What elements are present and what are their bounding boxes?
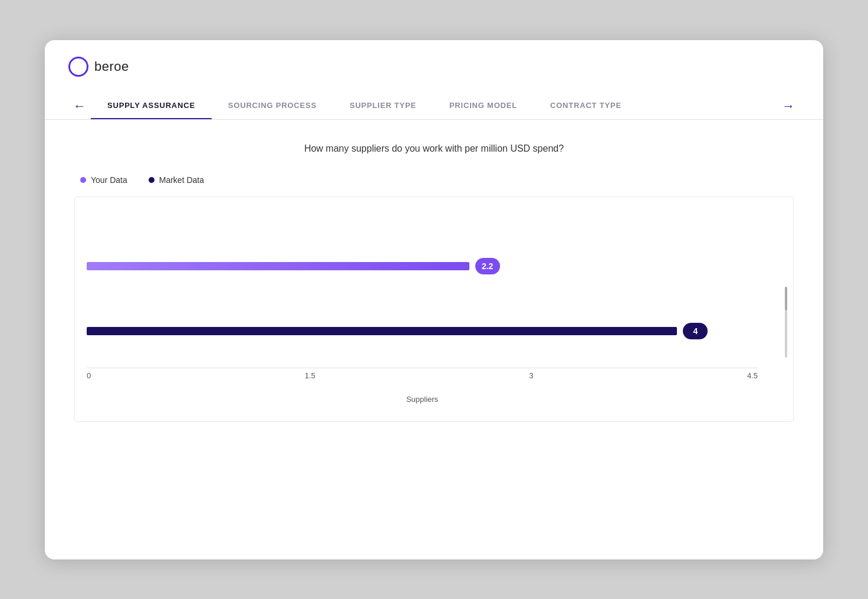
nav-tabs: SUPPLY ASSURANCE SOURCING PROCESS SUPPLI… [91, 93, 777, 119]
legend-market-data: Market Data [149, 175, 204, 185]
market-data-bar [87, 327, 677, 335]
your-data-bar [87, 262, 469, 270]
logo-text: beroe [94, 59, 129, 74]
bar-track-your-data: 2.2 [87, 262, 758, 270]
x-axis-label: Suppliers [406, 395, 438, 404]
chart-legend: Your Data Market Data [68, 175, 800, 185]
x-tick-3: 4.5 [747, 371, 758, 380]
x-axis: 0 1.5 3 4.5 [87, 371, 758, 380]
chart-question: How many suppliers do you work with per … [68, 143, 800, 154]
x-axis-line [87, 368, 758, 368]
nav-next-arrow[interactable]: → [777, 100, 800, 113]
nav-prev-arrow[interactable]: ← [68, 100, 91, 113]
tab-supplier-type[interactable]: SUPPLIER TYPE [333, 94, 433, 119]
bar-row-market-data: 4 [87, 327, 758, 335]
x-tick-1: 1.5 [305, 371, 315, 380]
tab-sourcing-process[interactable]: SOURCING PROCESS [212, 94, 333, 119]
legend-your-data: Your Data [80, 175, 127, 185]
your-data-bar-label: 2.2 [475, 258, 500, 274]
scrollbar-thumb[interactable] [785, 287, 787, 310]
nav-container: ← SUPPLY ASSURANCE SOURCING PROCESS SUPP… [45, 93, 823, 120]
legend-your-data-label: Your Data [91, 175, 127, 185]
main-content: How many suppliers do you work with per … [45, 120, 823, 446]
x-tick-0: 0 [87, 371, 91, 380]
app-window: beroe ← SUPPLY ASSURANCE SOURCING PROCES… [45, 40, 823, 559]
legend-market-data-label: Market Data [159, 175, 204, 185]
chart-scrollbar[interactable] [785, 287, 787, 358]
tab-supply-assurance[interactable]: SUPPLY ASSURANCE [91, 94, 212, 119]
logo-icon [68, 57, 88, 77]
chart-container: 2.2 4 0 1.5 3 4.5 [74, 197, 794, 422]
bar-track-market-data: 4 [87, 327, 758, 335]
legend-market-data-dot [149, 177, 154, 183]
logo: beroe [68, 57, 129, 77]
tab-contract-type[interactable]: CONTRACT TYPE [534, 94, 638, 119]
chart-inner: 2.2 4 0 1.5 3 4.5 [87, 215, 758, 404]
tab-pricing-model[interactable]: PRICING MODEL [433, 94, 534, 119]
market-data-bar-label: 4 [683, 323, 708, 339]
x-tick-2: 3 [529, 371, 533, 380]
bar-row-your-data: 2.2 [87, 262, 758, 270]
header: beroe [45, 40, 823, 77]
legend-your-data-dot [80, 177, 86, 183]
